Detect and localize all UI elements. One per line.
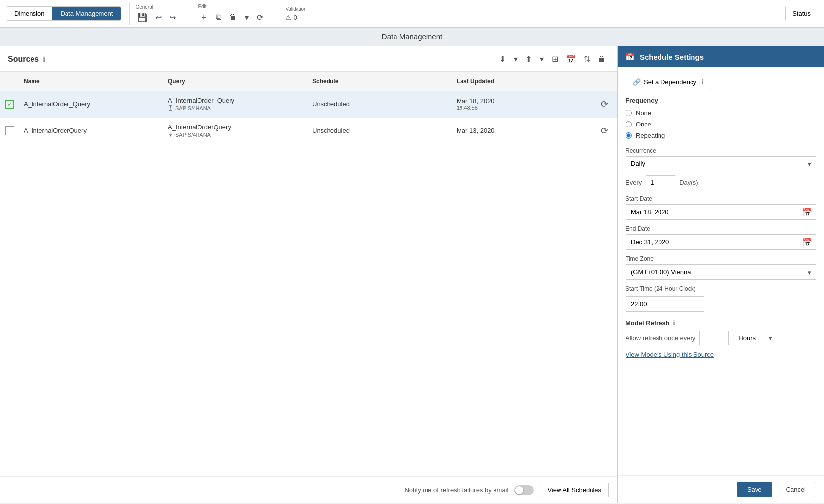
filter-icon-btn[interactable]: ⇅ <box>581 52 593 65</box>
left-panel: Sources ℹ ⬇ ▾ ⬆ ▾ ⊞ 📅 ⇅ 🗑 Name Query Sch… <box>0 46 617 503</box>
link-icon: 🔗 <box>633 78 641 86</box>
frequency-repeating[interactable]: Repeating <box>626 132 816 139</box>
redo-icon-btn[interactable]: ↪ <box>167 12 178 23</box>
import-dropdown-btn[interactable]: ▾ <box>511 52 521 65</box>
grid-icon-btn[interactable]: ⊞ <box>549 52 561 65</box>
allow-refresh-row: Allow refresh once every Hours Minutes D… <box>626 331 816 345</box>
model-refresh-header: Model Refresh ℹ <box>626 319 816 327</box>
checked-icon: ✓ <box>5 100 14 109</box>
page-title: Data Management <box>382 32 442 41</box>
view-models-link[interactable]: View Models Using this Source <box>626 351 714 358</box>
schedule-settings-icon: 📅 <box>626 52 635 61</box>
every-unit: Day(s) <box>679 179 698 186</box>
every-input[interactable] <box>646 175 675 189</box>
row1-schedule: Unscheduled <box>308 98 453 110</box>
sources-info-icon[interactable]: ℹ <box>43 55 45 63</box>
tab-data-management[interactable]: Data Management <box>52 7 121 20</box>
hours-select[interactable]: Hours Minutes Days <box>733 331 775 345</box>
frequency-once-radio[interactable] <box>626 121 632 127</box>
frequency-once-label: Once <box>636 121 651 128</box>
set-dependency-button[interactable]: 🔗 Set a Dependency ℹ <box>626 75 711 89</box>
notify-bar: Notify me of refresh failures by email V… <box>0 476 617 503</box>
start-time-label: Start Time (24-Hour Clock) <box>626 285 816 292</box>
end-date-calendar-icon[interactable]: 📅 <box>802 237 812 247</box>
delete-icon-btn[interactable]: 🗑 <box>227 12 239 23</box>
col-schedule: Schedule <box>308 76 453 87</box>
frequency-radio-group: None Once Repeating <box>626 109 816 139</box>
refresh-icon-btn[interactable]: ⟳ <box>255 12 265 23</box>
view-all-schedules-button[interactable]: View All Schedules <box>540 483 609 497</box>
toggle-knob <box>515 486 523 494</box>
db-icon: 🗄 <box>168 132 173 138</box>
frequency-repeating-radio[interactable] <box>626 132 632 139</box>
row2-refresh-btn[interactable]: ⟳ <box>601 126 608 136</box>
start-date-label: Start Date <box>626 195 816 202</box>
save-icon-btn[interactable]: 💾 <box>135 12 149 23</box>
save-button[interactable]: Save <box>737 482 772 497</box>
row2-query: A_InternalOrderQuery 🗄 SAP S/4HANA <box>164 122 308 140</box>
row2-checkbox[interactable] <box>0 125 20 137</box>
row1-checkbox[interactable]: ✓ <box>0 98 20 111</box>
undo-icon-btn[interactable]: ↩ <box>153 12 164 23</box>
delete-source-btn[interactable]: 🗑 <box>595 53 609 65</box>
end-date-wrapper: 📅 <box>626 234 816 250</box>
toolbar: Dimension Data Management General 💾 ↩ ↪ … <box>0 0 824 28</box>
row1-refresh[interactable]: ⟳ <box>597 97 617 112</box>
frequency-none-radio[interactable] <box>626 110 632 116</box>
unchecked-icon <box>5 126 14 135</box>
add-icon-btn[interactable]: ＋ <box>198 11 210 24</box>
cancel-button[interactable]: Cancel <box>776 482 816 497</box>
recurrence-select[interactable]: Daily Weekly Monthly <box>626 156 816 171</box>
recurrence-select-wrapper: Daily Weekly Monthly <box>626 156 816 171</box>
start-date-calendar-icon[interactable]: 📅 <box>802 207 812 217</box>
copy-icon-btn[interactable]: ⧉ <box>214 12 223 23</box>
start-date-input[interactable] <box>626 204 816 220</box>
frequency-none-label: None <box>636 109 651 117</box>
panel-content: 🔗 Set a Dependency ℹ Frequency None Once… <box>618 67 824 475</box>
model-refresh-info-icon[interactable]: ℹ <box>673 319 675 327</box>
import-icon-btn[interactable]: ⬇ <box>496 52 509 65</box>
start-time-input[interactable] <box>626 296 704 312</box>
more-icon-btn[interactable]: ▾ <box>243 12 251 23</box>
panel-title: Schedule Settings <box>640 53 704 61</box>
sources-header: Sources ℹ ⬇ ▾ ⬆ ▾ ⊞ 📅 ⇅ 🗑 <box>0 46 617 72</box>
export-dropdown-btn[interactable]: ▾ <box>537 52 547 65</box>
panel-footer: Save Cancel <box>618 475 824 503</box>
start-date-wrapper: 📅 <box>626 204 816 220</box>
dependency-info-icon[interactable]: ℹ <box>701 78 704 86</box>
db-icon: 🗄 <box>168 105 173 111</box>
row1-refresh-btn[interactable]: ⟳ <box>601 99 608 110</box>
status-button[interactable]: Status <box>785 7 818 20</box>
export-icon-btn[interactable]: ⬆ <box>523 52 535 65</box>
frequency-none[interactable]: None <box>626 109 816 117</box>
validation-section: Validation ⚠ 0 <box>279 4 312 23</box>
recurrence-label: Recurrence <box>626 147 816 154</box>
hours-select-wrapper: Hours Minutes Days <box>733 331 775 345</box>
frequency-once[interactable]: Once <box>626 121 816 128</box>
sources-toolbar: ⬇ ▾ ⬆ ▾ ⊞ 📅 ⇅ 🗑 <box>496 52 609 65</box>
general-section: General 💾 ↩ ↪ <box>129 2 184 25</box>
end-date-input[interactable] <box>626 234 816 250</box>
table-row[interactable]: A_InternalOrderQuery A_InternalOrderQuer… <box>0 118 617 144</box>
refresh-interval-input[interactable] <box>699 331 729 345</box>
row1-last-updated: Mar 18, 2020 19:48:58 <box>453 95 597 113</box>
tab-dimension[interactable]: Dimension <box>6 7 52 20</box>
row2-name: A_InternalOrderQuery <box>20 125 164 136</box>
notify-toggle[interactable] <box>514 485 534 495</box>
validation-count: 0 <box>293 14 297 21</box>
time-zone-select[interactable]: (GMT+01:00) Vienna (GMT+00:00) UTC (GMT-… <box>626 264 816 280</box>
general-label: General <box>135 4 178 10</box>
table-header: Name Query Schedule Last Updated <box>0 72 617 91</box>
row1-name: A_InternalOrder_Query <box>20 98 164 110</box>
col-query: Query <box>164 76 308 87</box>
edit-section: Edit ＋ ⧉ 🗑 ▾ ⟳ <box>192 2 271 26</box>
validation-warning-icon: ⚠ <box>285 14 291 21</box>
row1-query: A_InternalOrder_Query 🗄 SAP S/4HANA <box>164 95 308 113</box>
col-last-updated: Last Updated <box>453 76 597 87</box>
sources-heading: Sources <box>8 55 39 63</box>
row2-refresh[interactable]: ⟳ <box>597 124 617 138</box>
table-row[interactable]: ✓ A_InternalOrder_Query A_InternalOrder_… <box>0 91 617 118</box>
col-name: Name <box>20 76 164 87</box>
row2-last-updated: Mar 13, 2020 <box>453 125 597 136</box>
calendar-icon-btn[interactable]: 📅 <box>563 52 579 65</box>
